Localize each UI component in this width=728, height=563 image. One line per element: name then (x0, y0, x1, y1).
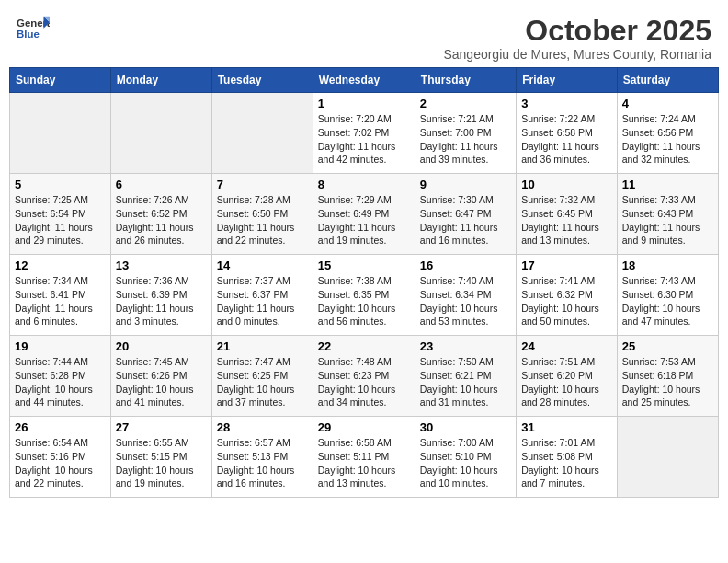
day-info: Sunrise: 7:01 AM Sunset: 5:08 PM Dayligh… (521, 436, 612, 490)
calendar-cell: 6Sunrise: 7:26 AM Sunset: 6:52 PM Daylig… (110, 174, 211, 255)
calendar-cell: 21Sunrise: 7:47 AM Sunset: 6:25 PM Dayli… (211, 336, 313, 417)
day-info: Sunrise: 7:21 AM Sunset: 7:00 PM Dayligh… (420, 112, 511, 167)
day-info: Sunrise: 7:48 AM Sunset: 6:23 PM Dayligh… (318, 355, 410, 409)
calendar-cell: 16Sunrise: 7:40 AM Sunset: 6:34 PM Dayli… (415, 255, 516, 336)
day-info: Sunrise: 7:41 AM Sunset: 6:32 PM Dayligh… (521, 274, 612, 328)
day-info: Sunrise: 7:00 AM Sunset: 5:10 PM Dayligh… (420, 436, 511, 490)
calendar-title: October 2025 (443, 15, 711, 47)
day-number: 31 (521, 420, 612, 434)
day-info: Sunrise: 7:45 AM Sunset: 6:26 PM Dayligh… (116, 355, 207, 409)
day-info: Sunrise: 7:33 AM Sunset: 6:43 PM Dayligh… (622, 193, 713, 247)
day-number: 15 (318, 259, 410, 272)
day-number: 8 (318, 178, 410, 191)
calendar-cell: 20Sunrise: 7:45 AM Sunset: 6:26 PM Dayli… (110, 336, 211, 417)
svg-text:Blue: Blue (17, 29, 40, 40)
page-header: General Blue October 2025 Sangeorgiu de … (9, 9, 719, 63)
calendar-cell: 2Sunrise: 7:21 AM Sunset: 7:00 PM Daylig… (415, 93, 516, 174)
calendar-cell: 23Sunrise: 7:50 AM Sunset: 6:21 PM Dayli… (415, 336, 516, 417)
calendar-cell: 26Sunrise: 6:54 AM Sunset: 5:16 PM Dayli… (10, 417, 111, 498)
column-header-friday: Friday (517, 68, 618, 93)
week-row-2: 5Sunrise: 7:25 AM Sunset: 6:54 PM Daylig… (10, 174, 719, 255)
day-info: Sunrise: 7:43 AM Sunset: 6:30 PM Dayligh… (622, 274, 713, 328)
day-info: Sunrise: 7:47 AM Sunset: 6:25 PM Dayligh… (217, 355, 308, 409)
day-number: 23 (420, 339, 511, 353)
week-row-5: 26Sunrise: 6:54 AM Sunset: 5:16 PM Dayli… (10, 417, 719, 498)
calendar-cell: 4Sunrise: 7:24 AM Sunset: 6:56 PM Daylig… (617, 93, 718, 174)
calendar-cell: 22Sunrise: 7:48 AM Sunset: 6:23 PM Dayli… (313, 336, 415, 417)
day-number: 10 (521, 178, 612, 191)
day-number: 3 (521, 97, 612, 110)
day-info: Sunrise: 7:38 AM Sunset: 6:35 PM Dayligh… (318, 274, 410, 328)
day-info: Sunrise: 6:55 AM Sunset: 5:15 PM Dayligh… (116, 436, 207, 490)
day-info: Sunrise: 7:30 AM Sunset: 6:47 PM Dayligh… (420, 193, 511, 247)
calendar-cell: 27Sunrise: 6:55 AM Sunset: 5:15 PM Dayli… (110, 417, 211, 498)
week-row-4: 19Sunrise: 7:44 AM Sunset: 6:28 PM Dayli… (10, 336, 719, 417)
column-header-sunday: Sunday (10, 68, 111, 93)
calendar-cell: 28Sunrise: 6:57 AM Sunset: 5:13 PM Dayli… (211, 417, 313, 498)
column-header-wednesday: Wednesday (313, 68, 415, 93)
calendar-cell: 5Sunrise: 7:25 AM Sunset: 6:54 PM Daylig… (10, 174, 111, 255)
day-info: Sunrise: 7:29 AM Sunset: 6:49 PM Dayligh… (318, 193, 410, 247)
calendar-cell: 25Sunrise: 7:53 AM Sunset: 6:18 PM Dayli… (617, 336, 718, 417)
day-info: Sunrise: 7:28 AM Sunset: 6:50 PM Dayligh… (217, 193, 308, 247)
logo: General Blue (17, 15, 50, 40)
calendar-cell: 17Sunrise: 7:41 AM Sunset: 6:32 PM Dayli… (517, 255, 618, 336)
day-info: Sunrise: 7:36 AM Sunset: 6:39 PM Dayligh… (116, 274, 207, 328)
day-number: 26 (15, 420, 106, 434)
calendar-cell: 10Sunrise: 7:32 AM Sunset: 6:45 PM Dayli… (517, 174, 618, 255)
column-header-monday: Monday (110, 68, 211, 93)
day-info: Sunrise: 7:32 AM Sunset: 6:45 PM Dayligh… (521, 193, 612, 247)
day-number: 18 (622, 259, 713, 272)
column-header-saturday: Saturday (617, 68, 718, 93)
day-number: 9 (420, 178, 511, 191)
calendar-cell: 18Sunrise: 7:43 AM Sunset: 6:30 PM Dayli… (617, 255, 718, 336)
calendar-cell: 31Sunrise: 7:01 AM Sunset: 5:08 PM Dayli… (517, 417, 618, 498)
day-info: Sunrise: 7:34 AM Sunset: 6:41 PM Dayligh… (15, 274, 106, 328)
day-number: 2 (420, 97, 511, 110)
week-row-3: 12Sunrise: 7:34 AM Sunset: 6:41 PM Dayli… (10, 255, 719, 336)
title-area: October 2025 Sangeorgiu de Mures, Mures … (443, 15, 711, 62)
calendar-cell: 13Sunrise: 7:36 AM Sunset: 6:39 PM Dayli… (110, 255, 211, 336)
day-info: Sunrise: 7:37 AM Sunset: 6:37 PM Dayligh… (217, 274, 308, 328)
day-number: 7 (217, 178, 308, 191)
calendar-cell: 7Sunrise: 7:28 AM Sunset: 6:50 PM Daylig… (211, 174, 313, 255)
calendar-cell: 19Sunrise: 7:44 AM Sunset: 6:28 PM Dayli… (10, 336, 111, 417)
day-number: 1 (318, 97, 410, 110)
calendar-cell: 14Sunrise: 7:37 AM Sunset: 6:37 PM Dayli… (211, 255, 313, 336)
header-row: SundayMondayTuesdayWednesdayThursdayFrid… (10, 68, 719, 93)
day-number: 11 (622, 178, 713, 191)
calendar-cell (211, 93, 313, 174)
day-info: Sunrise: 6:58 AM Sunset: 5:11 PM Dayligh… (318, 436, 410, 490)
day-info: Sunrise: 7:50 AM Sunset: 6:21 PM Dayligh… (420, 355, 511, 409)
day-number: 24 (521, 339, 612, 353)
day-info: Sunrise: 6:54 AM Sunset: 5:16 PM Dayligh… (15, 436, 106, 490)
calendar-subtitle: Sangeorgiu de Mures, Mures County, Roman… (443, 47, 711, 62)
day-number: 12 (15, 259, 106, 272)
day-info: Sunrise: 7:44 AM Sunset: 6:28 PM Dayligh… (15, 355, 106, 409)
calendar-cell: 30Sunrise: 7:00 AM Sunset: 5:10 PM Dayli… (415, 417, 516, 498)
day-number: 20 (116, 339, 207, 353)
column-header-thursday: Thursday (415, 68, 516, 93)
day-number: 19 (15, 339, 106, 353)
day-number: 29 (318, 420, 410, 434)
day-info: Sunrise: 7:53 AM Sunset: 6:18 PM Dayligh… (622, 355, 713, 409)
day-info: Sunrise: 7:51 AM Sunset: 6:20 PM Dayligh… (521, 355, 612, 409)
day-number: 27 (116, 420, 207, 434)
calendar-cell: 15Sunrise: 7:38 AM Sunset: 6:35 PM Dayli… (313, 255, 415, 336)
day-number: 21 (217, 339, 308, 353)
day-number: 28 (217, 420, 308, 434)
day-info: Sunrise: 7:26 AM Sunset: 6:52 PM Dayligh… (116, 193, 207, 247)
day-number: 14 (217, 259, 308, 272)
day-number: 5 (15, 178, 106, 191)
day-number: 4 (622, 97, 713, 110)
day-info: Sunrise: 7:25 AM Sunset: 6:54 PM Dayligh… (15, 193, 106, 247)
week-row-1: 1Sunrise: 7:20 AM Sunset: 7:02 PM Daylig… (10, 93, 719, 174)
calendar-cell: 3Sunrise: 7:22 AM Sunset: 6:58 PM Daylig… (517, 93, 618, 174)
calendar-table: SundayMondayTuesdayWednesdayThursdayFrid… (9, 67, 719, 498)
calendar-cell: 24Sunrise: 7:51 AM Sunset: 6:20 PM Dayli… (517, 336, 618, 417)
day-number: 13 (116, 259, 207, 272)
calendar-cell (617, 417, 718, 498)
day-number: 25 (622, 339, 713, 353)
day-info: Sunrise: 6:57 AM Sunset: 5:13 PM Dayligh… (217, 436, 308, 490)
day-number: 22 (318, 339, 410, 353)
